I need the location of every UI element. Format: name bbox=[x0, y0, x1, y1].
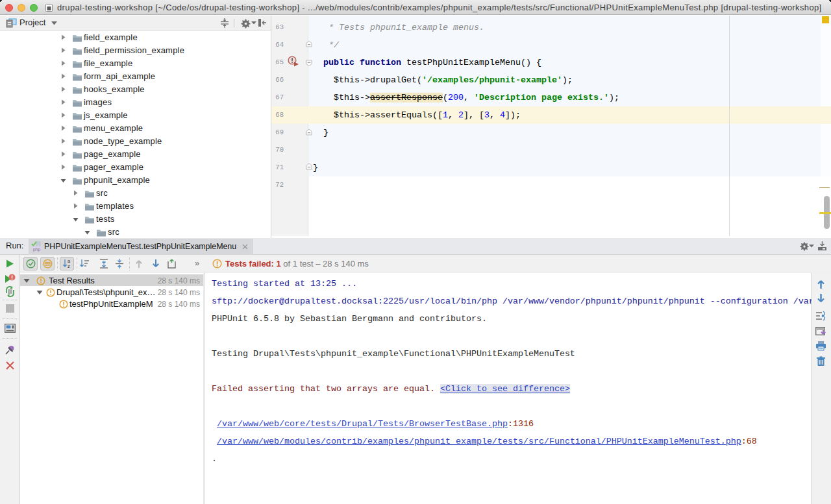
svg-text:php: php bbox=[33, 247, 41, 252]
svg-text:z: z bbox=[68, 263, 70, 269]
